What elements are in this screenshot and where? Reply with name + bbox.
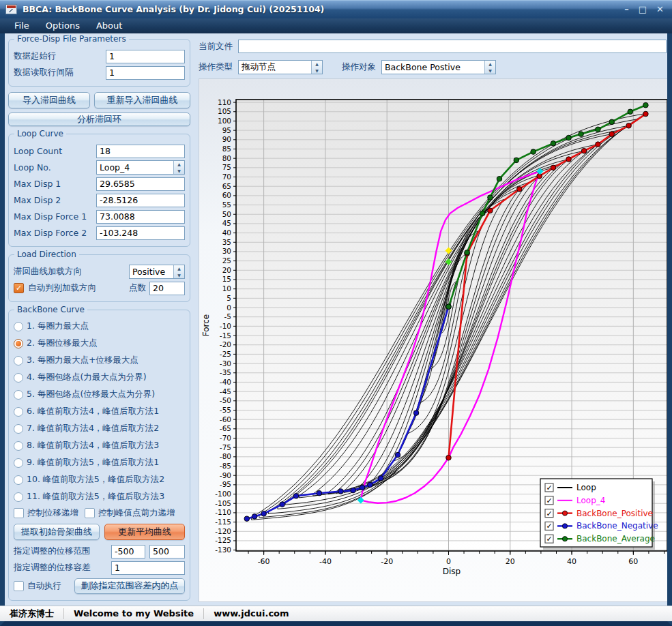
backbone-negative-point[interactable] (280, 502, 285, 507)
extract-backbone-button[interactable]: 提取初始骨架曲线 (14, 524, 100, 540)
status-website-link[interactable]: www.jdcui.com (204, 608, 298, 619)
update-average-button[interactable]: 更新平均曲线 (104, 524, 185, 540)
disp-range-min-input[interactable] (111, 545, 145, 558)
maximize-button[interactable]: □ (639, 3, 647, 16)
reimport-curve-button[interactable]: 重新导入滞回曲线 (94, 92, 190, 108)
max-disp-force-1-input[interactable] (96, 210, 185, 224)
backbone-option-2[interactable]: 2. 每圈位移最大点 (14, 335, 97, 352)
backbone-negative-point[interactable] (244, 516, 250, 522)
legend-label[interactable]: BackBone_Positive (576, 509, 653, 518)
menu-file[interactable]: File (7, 19, 37, 32)
op-target-input[interactable] (381, 60, 496, 74)
op-target-spinner[interactable]: ▲▼ (484, 61, 495, 74)
backbone-average-point[interactable] (488, 195, 493, 200)
backbone-average-point[interactable] (531, 149, 536, 155)
backbone-option-10[interactable]: 10. 峰值前取方法5，峰值后取方法2 (14, 471, 164, 488)
backbone-option-11[interactable]: 11. 峰值前取方法5，峰值后取方法3 (14, 488, 164, 505)
backbone-negative-point[interactable] (395, 452, 400, 458)
radio-icon[interactable] (14, 339, 23, 348)
backbone-negative-point[interactable] (317, 490, 322, 496)
backbone-negative-point[interactable] (360, 485, 365, 490)
spin-up-icon[interactable]: ▲ (312, 61, 322, 68)
backbone-positive-point[interactable] (566, 157, 572, 162)
backbone-option-6[interactable]: 6. 峰值前取方法4，峰值后取方法1 (14, 403, 159, 420)
op-type-spinner[interactable]: ▲▼ (311, 61, 322, 74)
backbone-positive-point[interactable] (626, 123, 632, 129)
backbone-average-point[interactable] (446, 304, 452, 310)
backbone-average-point[interactable] (566, 135, 572, 140)
spin-down-icon[interactable]: ▼ (312, 68, 322, 74)
loop-count-input[interactable] (96, 145, 185, 158)
radio-icon[interactable] (14, 492, 23, 502)
backbone-option-1[interactable]: 1. 每圈力最大点 (14, 318, 89, 335)
backbone-positive-point[interactable] (551, 165, 556, 170)
menu-about[interactable]: About (89, 19, 130, 32)
backbone-positive-point[interactable] (596, 142, 601, 147)
backbone-positive-point[interactable] (446, 455, 452, 460)
backbone-positive-point[interactable] (581, 148, 587, 153)
backbone-positive-point[interactable] (609, 132, 615, 137)
backbone-average-point[interactable] (609, 119, 615, 125)
backbone-average-point[interactable] (551, 141, 556, 147)
disp-tolerance-input[interactable] (111, 561, 185, 575)
hysteresis-chart[interactable]: -130-125-120-115-110-105-100-95-90-85-80… (199, 79, 667, 601)
spin-down-icon[interactable]: ▼ (174, 272, 184, 279)
backbone-average-point[interactable] (579, 132, 584, 137)
control-force-checkbox[interactable] (85, 508, 95, 518)
backbone-average-point[interactable] (480, 211, 485, 216)
backbone-negative-point[interactable] (338, 489, 344, 494)
backbone-average-point[interactable] (497, 176, 502, 181)
backbone-negative-point[interactable] (368, 482, 373, 488)
load-direction-spinner[interactable]: ▲▼ (173, 265, 184, 278)
disp-range-max-input[interactable] (149, 545, 185, 558)
auto-direction-checkbox[interactable]: ✓ (14, 283, 24, 293)
backbone-negative-point[interactable] (261, 511, 267, 517)
backbone-negative-point[interactable] (293, 494, 299, 499)
spin-up-icon[interactable]: ▲ (174, 161, 184, 168)
spin-up-icon[interactable]: ▲ (174, 265, 184, 272)
loop-no-spinner[interactable]: ▲▼ (173, 161, 184, 174)
backbone-average-point[interactable] (514, 158, 519, 163)
backbone-average-point[interactable] (596, 127, 601, 132)
delete-points-button[interactable]: 删除指定范围容差内的点 (74, 578, 185, 594)
backbone-average-point[interactable] (465, 250, 470, 256)
spin-down-icon[interactable]: ▼ (174, 168, 184, 175)
backbone-positive-point[interactable] (488, 208, 493, 213)
backbone-negative-point[interactable] (252, 514, 257, 520)
import-curve-button[interactable]: 导入滞回曲线 (8, 92, 90, 108)
radio-icon[interactable] (14, 390, 23, 400)
close-button[interactable]: ✕ (656, 3, 664, 16)
legend-label[interactable]: Loop_4 (576, 496, 605, 505)
max-disp-1-input[interactable] (96, 177, 185, 191)
legend-label[interactable]: BackBone_Negative (576, 521, 658, 531)
backbone-option-8[interactable]: 8. 峰值前取方法4，峰值后取方法3 (14, 437, 159, 454)
data-read-interval-input[interactable] (106, 66, 185, 80)
spin-up-icon[interactable]: ▲ (485, 61, 495, 68)
backbone-positive-point[interactable] (643, 111, 649, 117)
auto-exec-checkbox[interactable] (14, 581, 24, 591)
menu-options[interactable]: Options (38, 19, 87, 32)
backbone-option-5[interactable]: 5. 每圈包络点(位移最大点为分界) (14, 386, 155, 403)
current-file-input[interactable] (238, 40, 667, 53)
points-input[interactable] (149, 282, 185, 295)
backbone-negative-point[interactable] (413, 411, 419, 416)
radio-icon[interactable] (14, 407, 23, 417)
backbone-negative-point[interactable] (351, 488, 356, 493)
radio-icon[interactable] (14, 458, 23, 468)
backbone-average-point[interactable] (628, 109, 633, 115)
minimize-button[interactable]: – (624, 3, 629, 16)
backbone-option-7[interactable]: 7. 峰值前取方法4，峰值后取方法2 (14, 420, 159, 437)
data-start-row-input[interactable] (106, 50, 185, 63)
max-disp-force-2-input[interactable] (96, 226, 185, 240)
backbone-negative-point[interactable] (378, 476, 383, 481)
radio-icon[interactable] (14, 441, 23, 451)
radio-icon[interactable] (14, 356, 23, 366)
legend-label[interactable]: Loop (576, 483, 596, 492)
backbone-positive-point[interactable] (517, 187, 523, 192)
status-welcome[interactable]: Welcome to my Website (64, 608, 204, 619)
max-disp-2-input[interactable] (96, 194, 185, 207)
analyze-loops-button[interactable]: 分析滞回环 (8, 113, 190, 126)
radio-icon[interactable] (14, 424, 23, 434)
legend-label[interactable]: BackBone_Average (576, 534, 655, 543)
radio-icon[interactable] (14, 475, 23, 485)
